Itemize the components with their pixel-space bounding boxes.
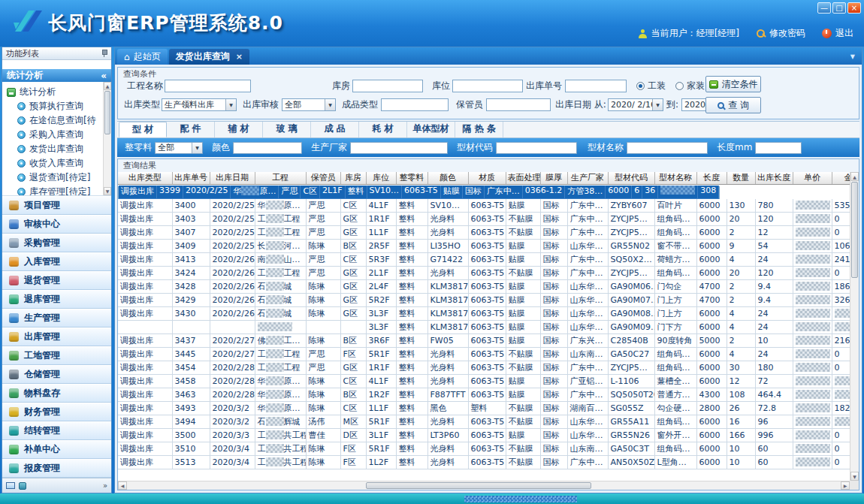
table-row[interactable]: 调拨出库34282020/2/26石城陈琳G区2L4F整料KLM38176063… [118,280,859,294]
table-row[interactable]: 调拨出库34632020/2/28华原…陈琳B区1R2F整料F887TFT606… [118,388,859,402]
logout-link[interactable]: 退出 [835,27,853,40]
table-row[interactable]: 调拨出库34582020/2/28华原…陈琳C区4L1F整料光身料6063-T5… [118,375,859,388]
sidebar-menu-item[interactable]: 结转管理 [2,421,111,440]
vertical-scrollbar[interactable]: ▲ ▼ [850,172,859,481]
tree-item[interactable]: 发货出库查询 [7,142,101,156]
keeper-input[interactable] [486,98,551,111]
horizontal-scrollbar[interactable]: ◀ ▶ [118,481,850,490]
radio-option[interactable]: 家装 [675,80,705,92]
sidebar-menu-item[interactable]: 审核中心 [2,215,111,234]
sidebar-menu-item[interactable]: 采购管理 [2,234,111,252]
sidebar-menu-item[interactable]: 项目管理 [2,196,111,215]
sidebar-menu-item[interactable]: 财务管理 [2,403,111,421]
sidebar-group-header[interactable]: 统计分析 « [2,69,111,82]
audit-select[interactable]: 全部 ▼ [282,98,336,111]
table-row[interactable]: 调拨出库34032020/2/25工工程严思G区1R1F整料光身料6063-T5… [118,213,859,226]
tree-item[interactable]: 预算执行查询 [7,99,101,113]
column-header[interactable]: 库房 [340,172,366,184]
minimize-button[interactable]: — [817,2,831,14]
table-row[interactable]: 调拨出库35002020/3/3工共工程曹佳D区3L1F整料LT3P606063… [118,429,859,442]
collapse-icon[interactable]: « [101,71,107,81]
table-row[interactable]: 调拨出库34292020/2/26石城陈琳G区5R2F整料KLM38176063… [118,294,859,307]
scroll-up-icon[interactable]: ▲ [850,172,859,181]
column-header[interactable]: 颜色 [427,172,468,184]
material-tab[interactable]: 成 品 [311,122,359,137]
column-header[interactable]: 生产厂家 [567,172,608,184]
table-row[interactable]: 调拨出库34302020/2/26石城陈琳G区3L3F整料KLM38176063… [118,307,859,321]
vertical-scroll-thumb[interactable] [851,182,858,278]
table-row[interactable]: 调拨出库34242020/2/26工工程严思G区2L1F整料光身料6063-T5… [118,267,859,280]
scroll-down-icon[interactable]: ▼ [850,472,859,481]
color-input[interactable] [233,142,302,154]
order-no-input[interactable] [565,80,627,92]
zhengling-select[interactable]: 全部 ▼ [155,142,203,154]
column-header[interactable]: 出库单号 [172,172,210,184]
tab-home[interactable]: ⌂起始页 [117,49,168,65]
toolbar-more-icon[interactable]: » [103,481,107,490]
tab-close-icon[interactable]: × [236,52,243,62]
sidebar-menu-item[interactable]: 仓储管理 [2,365,111,384]
scroll-up-icon[interactable]: ▲ [104,82,111,90]
tree-scroll-thumb[interactable] [104,91,110,134]
column-header[interactable]: 出库类型 [118,172,172,184]
tree-item[interactable]: 采购入库查询 [7,128,101,142]
maximize-button[interactable]: □ [832,2,846,14]
sidebar-menu-item[interactable]: 补单中心 [2,440,111,459]
manufacturer-input[interactable] [350,142,448,154]
sidebar-menu-item[interactable]: 入库管理 [2,252,111,271]
sidebar-menu-item[interactable]: 退库管理 [2,290,111,309]
column-header[interactable]: 工程 [255,172,306,184]
sidebar-menu-item[interactable]: 出库管理 [2,327,111,346]
table-row[interactable]: 调拨出库33992020/2/25华原…严思C区2L1F整料SV10…6063-… [118,186,720,199]
scroll-left-icon[interactable]: ◀ [118,481,127,490]
table-row[interactable]: 调拨出库34132020/2/26南山…严思C区5R3F整料G714226063… [118,253,859,267]
sidebar-menu-item[interactable]: 报废管理 [2,459,111,478]
sidebar-menu-item[interactable]: 物料盘存 [2,384,111,403]
warehouse-input[interactable] [352,80,423,92]
product-type-input[interactable] [381,98,449,111]
tree-item[interactable]: 库存管理[待定] [7,185,101,196]
sidebar-menu-item[interactable]: 退货管理 [2,271,111,290]
column-header[interactable]: 保管员 [306,172,340,184]
sidebar-menu-item[interactable]: 生产管理 [2,309,111,327]
material-tab[interactable]: 耗 材 [359,122,407,137]
profile-code-input[interactable] [496,142,577,154]
search-button[interactable]: 查 询 [705,97,761,113]
column-header[interactable]: 出库长度 [755,172,793,184]
table-row[interactable]: 调拨出库34542020/2/28工工程严思G区1R1F整料光身料6063-T5… [118,361,859,375]
tree-root-node[interactable]: 统计分析 [7,85,101,99]
sidebar-menu-item[interactable]: 工地管理 [2,346,111,365]
tree-item[interactable]: 退货查询[待定] [7,171,101,185]
clear-conditions-button[interactable]: 清空条件 [705,76,761,92]
table-row[interactable]: 调拨出库34452020/2/27工工程严思F区5R1F整料光身料6063-T5… [118,348,859,361]
pin-icon[interactable] [101,50,107,57]
profile-name-input[interactable] [627,142,708,154]
material-tab[interactable]: 配 件 [167,122,215,137]
horizontal-scroll-thumb[interactable] [366,482,591,489]
table-row[interactable]: 调拨出库35102020/3/4工共工程陈琳F区5R1F整料光身料6063-T5… [118,442,859,456]
table-row[interactable]: 调拨出库34092020/2/25长河…陈琳B区2R5F整料LI35HO6063… [118,240,859,253]
tab-shipment-query[interactable]: 发货出库查询× [169,49,249,65]
scroll-right-icon[interactable]: ▶ [841,481,850,490]
material-tab[interactable]: 玻 璃 [263,122,311,137]
column-header[interactable]: 材质 [468,172,506,184]
date-from-picker[interactable]: 2020/ 2/16 ▼ [608,98,663,111]
project-name-input[interactable] [165,80,251,92]
column-header[interactable]: 整零料 [396,172,427,184]
material-tab[interactable]: 辅 材 [215,122,263,137]
column-header[interactable]: 长度 [696,172,727,184]
length-input[interactable] [755,142,802,154]
tab-list-dropdown-icon[interactable]: ▼ [850,53,855,60]
material-tab[interactable]: 单体型材 [407,122,455,137]
column-header[interactable]: 表面处理 [506,172,540,184]
column-header[interactable]: 出库日期 [210,172,255,184]
close-button[interactable]: × [847,2,861,14]
column-header[interactable]: 库位 [366,172,396,184]
column-header[interactable]: 单价 [793,172,832,184]
table-row[interactable]: 调拨出库34942020/3/2石辉城汤伟M区5R1F整料光身料6063-T5不… [118,415,859,429]
monitor-icon[interactable] [6,482,15,489]
table-row[interactable]: 调拨出库34932020/3/2华原…陈琳C区1L1F整料黑色塑料不贴膜国标湖南… [118,402,859,415]
table-row[interactable]: 3L3F整料KLM38176063-T5贴膜国标山东华…GA90M09…门下方6… [118,321,859,334]
change-password-link[interactable]: 修改密码 [769,27,805,40]
material-tab[interactable]: 型 材 [119,122,167,137]
